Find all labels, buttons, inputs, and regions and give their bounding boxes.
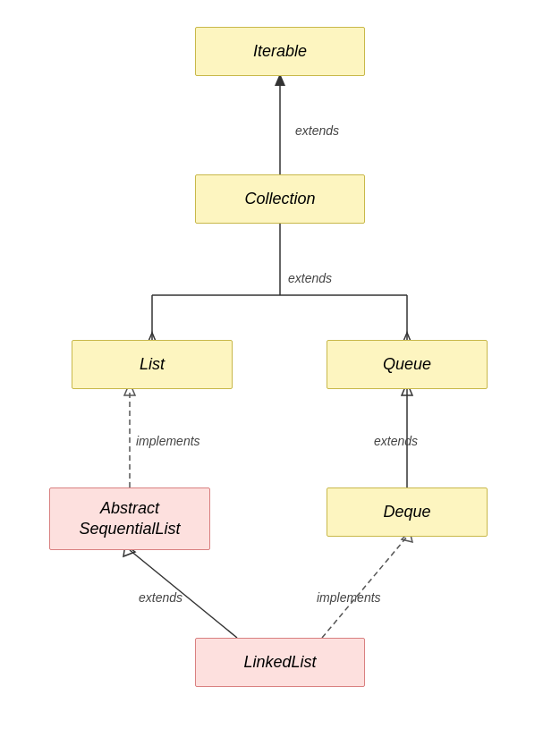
box-queue: Queue — [327, 340, 488, 389]
box-iterable: Iterable — [195, 27, 365, 76]
box-deque: Deque — [327, 487, 488, 537]
box-list: List — [72, 340, 233, 389]
label-extends-4: extends — [139, 590, 182, 605]
box-collection: Collection — [195, 174, 365, 224]
label-extends-3: extends — [374, 434, 418, 448]
box-abstract: Abstract SequentialList — [49, 487, 210, 550]
label-implements-1: implements — [136, 434, 200, 448]
label-extends-1: extends — [295, 123, 339, 138]
label-extends-2: extends — [288, 271, 332, 285]
diagram: extends extends implements extends exten… — [0, 0, 560, 746]
box-linkedlist: LinkedList — [195, 638, 365, 687]
svg-line-14 — [322, 537, 407, 638]
label-implements-2: implements — [317, 590, 381, 605]
